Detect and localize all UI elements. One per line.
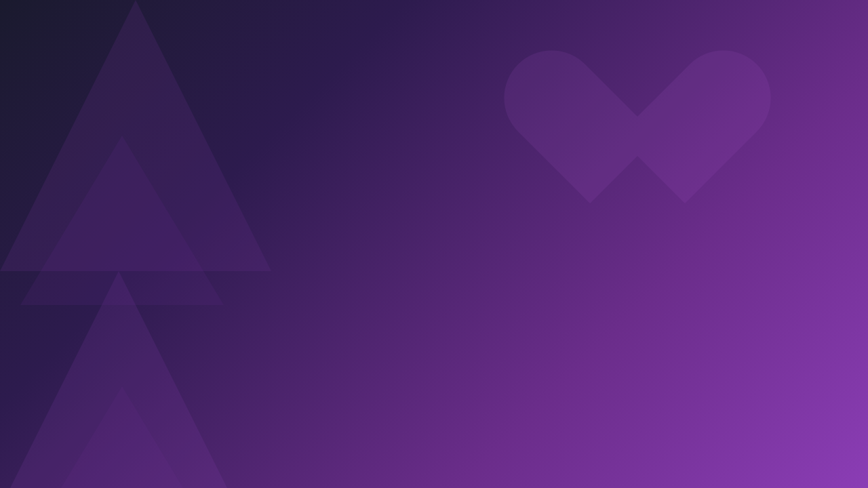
bg-arrow-left bbox=[20, 136, 224, 305]
bg-heart bbox=[542, 54, 732, 230]
bg-arrow-bottom bbox=[41, 386, 203, 488]
